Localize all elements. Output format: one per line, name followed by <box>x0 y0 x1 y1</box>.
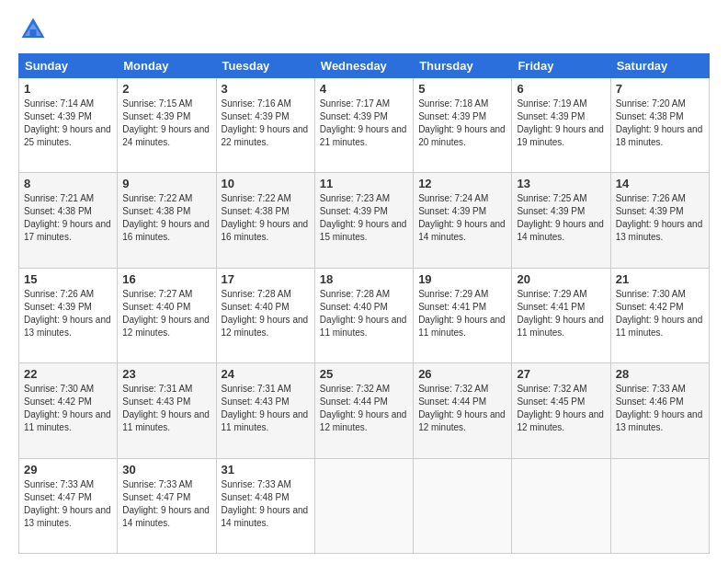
calendar-cell: 18 Sunrise: 7:28 AM Sunset: 4:40 PM Dayl… <box>314 268 413 362</box>
day-number: 2 <box>122 82 210 96</box>
day-number: 28 <box>616 367 704 381</box>
calendar-cell: 23 Sunrise: 7:31 AM Sunset: 4:43 PM Dayl… <box>118 363 216 458</box>
calendar-cell: 24 Sunrise: 7:31 AM Sunset: 4:43 PM Dayl… <box>216 363 314 458</box>
calendar-cell <box>610 458 709 553</box>
calendar-day-header: Monday <box>118 54 216 78</box>
header <box>18 15 710 44</box>
calendar-cell: 21 Sunrise: 7:30 AM Sunset: 4:42 PM Dayl… <box>610 268 709 362</box>
day-info: Sunrise: 7:28 AM Sunset: 4:40 PM Dayligh… <box>320 288 408 339</box>
day-number: 9 <box>122 177 210 190</box>
day-number: 8 <box>24 177 112 190</box>
calendar-cell: 2 Sunrise: 7:15 AM Sunset: 4:39 PM Dayli… <box>118 78 216 173</box>
day-info: Sunrise: 7:32 AM Sunset: 4:45 PM Dayligh… <box>517 383 605 434</box>
day-number: 17 <box>222 272 310 286</box>
day-info: Sunrise: 7:27 AM Sunset: 4:40 PM Dayligh… <box>122 288 210 339</box>
day-number: 14 <box>616 177 704 190</box>
calendar-cell: 1 Sunrise: 7:14 AM Sunset: 4:39 PM Dayli… <box>19 78 118 173</box>
calendar-cell: 20 Sunrise: 7:29 AM Sunset: 4:41 PM Dayl… <box>512 268 610 362</box>
calendar-day-header: Sunday <box>19 54 118 78</box>
day-info: Sunrise: 7:31 AM Sunset: 4:43 PM Dayligh… <box>222 383 310 434</box>
calendar-cell: 30 Sunrise: 7:33 AM Sunset: 4:47 PM Dayl… <box>118 458 216 553</box>
day-number: 13 <box>517 177 605 190</box>
page: SundayMondayTuesdayWednesdayThursdayFrid… <box>0 0 728 563</box>
day-number: 1 <box>24 82 112 96</box>
day-number: 4 <box>320 82 408 96</box>
day-info: Sunrise: 7:14 AM Sunset: 4:39 PM Dayligh… <box>24 98 112 149</box>
calendar-cell <box>414 458 512 553</box>
day-info: Sunrise: 7:26 AM Sunset: 4:39 PM Dayligh… <box>24 288 112 339</box>
day-info: Sunrise: 7:15 AM Sunset: 4:39 PM Dayligh… <box>122 98 210 149</box>
day-info: Sunrise: 7:33 AM Sunset: 4:46 PM Dayligh… <box>616 383 704 434</box>
day-number: 10 <box>222 177 310 190</box>
calendar-cell: 13 Sunrise: 7:25 AM Sunset: 4:39 PM Dayl… <box>512 173 610 268</box>
day-info: Sunrise: 7:30 AM Sunset: 4:42 PM Dayligh… <box>616 288 704 339</box>
calendar-cell: 26 Sunrise: 7:32 AM Sunset: 4:44 PM Dayl… <box>414 363 512 458</box>
calendar-cell: 7 Sunrise: 7:20 AM Sunset: 4:38 PM Dayli… <box>610 78 709 173</box>
day-info: Sunrise: 7:29 AM Sunset: 4:41 PM Dayligh… <box>418 288 506 339</box>
day-info: Sunrise: 7:31 AM Sunset: 4:43 PM Dayligh… <box>122 383 210 434</box>
day-number: 6 <box>517 82 605 96</box>
calendar-cell: 25 Sunrise: 7:32 AM Sunset: 4:44 PM Dayl… <box>314 363 413 458</box>
calendar-cell: 12 Sunrise: 7:24 AM Sunset: 4:39 PM Dayl… <box>414 173 512 268</box>
day-info: Sunrise: 7:29 AM Sunset: 4:41 PM Dayligh… <box>517 288 605 339</box>
day-info: Sunrise: 7:25 AM Sunset: 4:39 PM Dayligh… <box>517 192 605 244</box>
calendar-cell: 28 Sunrise: 7:33 AM Sunset: 4:46 PM Dayl… <box>610 363 709 458</box>
day-number: 7 <box>616 82 704 96</box>
day-info: Sunrise: 7:32 AM Sunset: 4:44 PM Dayligh… <box>418 383 506 434</box>
day-number: 26 <box>418 367 506 381</box>
calendar-cell: 29 Sunrise: 7:33 AM Sunset: 4:47 PM Dayl… <box>19 458 118 553</box>
day-number: 27 <box>517 367 605 381</box>
day-number: 3 <box>222 82 310 96</box>
day-number: 5 <box>418 82 506 96</box>
day-number: 29 <box>24 463 112 477</box>
calendar-day-header: Friday <box>512 54 610 78</box>
logo-icon <box>18 15 48 44</box>
day-info: Sunrise: 7:20 AM Sunset: 4:38 PM Dayligh… <box>616 98 704 149</box>
logo <box>18 15 53 44</box>
calendar-cell: 14 Sunrise: 7:26 AM Sunset: 4:39 PM Dayl… <box>610 173 709 268</box>
day-info: Sunrise: 7:18 AM Sunset: 4:39 PM Dayligh… <box>418 98 506 149</box>
day-info: Sunrise: 7:26 AM Sunset: 4:39 PM Dayligh… <box>616 192 704 244</box>
calendar-day-header: Tuesday <box>216 54 314 78</box>
calendar-week-row: 29 Sunrise: 7:33 AM Sunset: 4:47 PM Dayl… <box>19 458 710 553</box>
calendar-cell <box>512 458 610 553</box>
day-info: Sunrise: 7:32 AM Sunset: 4:44 PM Dayligh… <box>320 383 408 434</box>
day-info: Sunrise: 7:22 AM Sunset: 4:38 PM Dayligh… <box>122 192 210 244</box>
calendar-cell: 22 Sunrise: 7:30 AM Sunset: 4:42 PM Dayl… <box>19 363 118 458</box>
calendar-table: SundayMondayTuesdayWednesdayThursdayFrid… <box>18 53 710 554</box>
day-info: Sunrise: 7:28 AM Sunset: 4:40 PM Dayligh… <box>222 288 310 339</box>
calendar-cell: 4 Sunrise: 7:17 AM Sunset: 4:39 PM Dayli… <box>314 78 413 173</box>
day-number: 18 <box>320 272 408 286</box>
calendar-week-row: 15 Sunrise: 7:26 AM Sunset: 4:39 PM Dayl… <box>19 268 710 362</box>
calendar-header-row: SundayMondayTuesdayWednesdayThursdayFrid… <box>19 54 710 78</box>
day-info: Sunrise: 7:23 AM Sunset: 4:39 PM Dayligh… <box>320 192 408 244</box>
calendar-day-header: Thursday <box>414 54 512 78</box>
day-info: Sunrise: 7:22 AM Sunset: 4:38 PM Dayligh… <box>222 192 310 244</box>
day-number: 15 <box>24 272 112 286</box>
day-number: 23 <box>122 367 210 381</box>
svg-rect-2 <box>29 29 36 38</box>
calendar-week-row: 8 Sunrise: 7:21 AM Sunset: 4:38 PM Dayli… <box>19 173 710 268</box>
day-info: Sunrise: 7:33 AM Sunset: 4:47 PM Dayligh… <box>24 478 112 530</box>
day-number: 22 <box>24 367 112 381</box>
calendar-cell: 6 Sunrise: 7:19 AM Sunset: 4:39 PM Dayli… <box>512 78 610 173</box>
calendar-cell: 15 Sunrise: 7:26 AM Sunset: 4:39 PM Dayl… <box>19 268 118 362</box>
day-info: Sunrise: 7:24 AM Sunset: 4:39 PM Dayligh… <box>418 192 506 244</box>
day-number: 12 <box>418 177 506 190</box>
day-info: Sunrise: 7:33 AM Sunset: 4:47 PM Dayligh… <box>122 478 210 530</box>
day-number: 30 <box>122 463 210 477</box>
day-number: 11 <box>320 177 408 190</box>
calendar-cell: 16 Sunrise: 7:27 AM Sunset: 4:40 PM Dayl… <box>118 268 216 362</box>
calendar-cell: 27 Sunrise: 7:32 AM Sunset: 4:45 PM Dayl… <box>512 363 610 458</box>
day-info: Sunrise: 7:33 AM Sunset: 4:48 PM Dayligh… <box>222 478 310 530</box>
calendar-day-header: Wednesday <box>314 54 413 78</box>
calendar-cell: 9 Sunrise: 7:22 AM Sunset: 4:38 PM Dayli… <box>118 173 216 268</box>
day-number: 21 <box>616 272 704 286</box>
day-info: Sunrise: 7:16 AM Sunset: 4:39 PM Dayligh… <box>222 98 310 149</box>
day-number: 16 <box>122 272 210 286</box>
day-number: 25 <box>320 367 408 381</box>
calendar-cell: 19 Sunrise: 7:29 AM Sunset: 4:41 PM Dayl… <box>414 268 512 362</box>
day-number: 24 <box>222 367 310 381</box>
calendar-week-row: 22 Sunrise: 7:30 AM Sunset: 4:42 PM Dayl… <box>19 363 710 458</box>
calendar-cell: 11 Sunrise: 7:23 AM Sunset: 4:39 PM Dayl… <box>314 173 413 268</box>
